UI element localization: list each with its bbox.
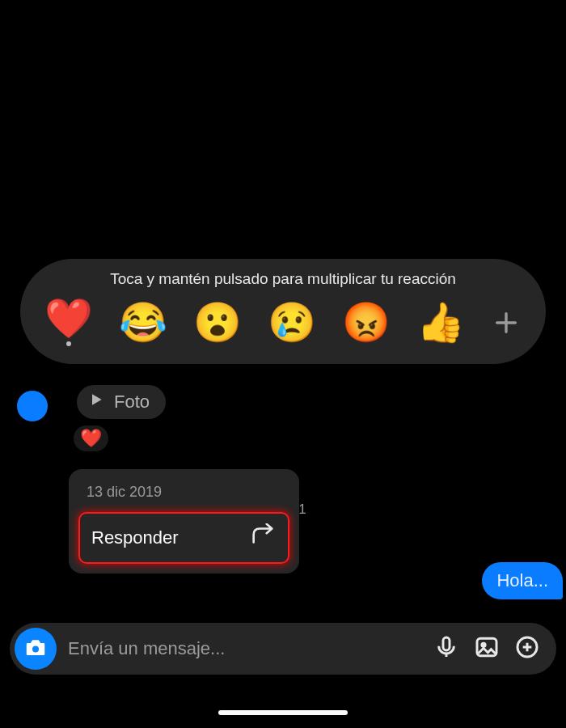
message-context-menu: 13 dic 2019 Responder <box>69 469 299 574</box>
outgoing-message-text: Hola... <box>496 570 548 590</box>
reply-button[interactable]: Responder <box>78 512 289 564</box>
reply-label: Responder <box>91 527 179 548</box>
svg-rect-1 <box>443 637 450 650</box>
reaction-wow[interactable]: 😮 <box>193 303 242 342</box>
reaction-thumbs-up[interactable]: 👍 <box>416 303 465 342</box>
avatar[interactable] <box>16 390 49 422</box>
message-reaction-badge[interactable]: ❤️ <box>73 425 109 452</box>
reaction-angry[interactable]: 😡 <box>342 303 391 342</box>
camera-icon <box>23 635 48 662</box>
svg-point-0 <box>32 646 39 653</box>
reaction-bar: Toca y mantén pulsado para multiplicar t… <box>20 259 546 364</box>
gallery-icon <box>474 634 500 663</box>
voice-button[interactable] <box>432 634 461 663</box>
home-indicator[interactable] <box>218 710 348 715</box>
reaction-row: ❤️ 😂 😮 😢 😡 👍 <box>43 299 523 346</box>
reaction-hint: Toca y mantén pulsado para multiplicar t… <box>43 270 523 288</box>
context-date: 13 dic 2019 <box>69 484 299 512</box>
gallery-button[interactable] <box>472 634 501 663</box>
chat-screen: Toca y mantén pulsado para multiplicar t… <box>0 0 566 728</box>
message-composer <box>10 623 556 675</box>
microphone-icon <box>433 634 459 663</box>
plus-circle-icon <box>514 634 540 663</box>
add-reaction-icon[interactable] <box>491 307 522 338</box>
reply-arrow-icon <box>249 523 277 552</box>
message-input[interactable] <box>68 638 420 659</box>
play-icon <box>88 392 104 413</box>
outgoing-message-bubble[interactable]: Hola... <box>482 562 563 599</box>
photo-message-pill[interactable]: Foto <box>77 385 166 419</box>
reaction-heart[interactable]: ❤️ <box>44 299 93 338</box>
svg-point-3 <box>482 643 485 646</box>
reaction-laugh[interactable]: 😂 <box>119 303 167 342</box>
more-button[interactable] <box>513 634 542 663</box>
reaction-sad[interactable]: 😢 <box>268 303 316 342</box>
photo-label: Foto <box>114 392 150 413</box>
selected-indicator-dot <box>66 341 71 346</box>
camera-button[interactable] <box>15 628 57 670</box>
